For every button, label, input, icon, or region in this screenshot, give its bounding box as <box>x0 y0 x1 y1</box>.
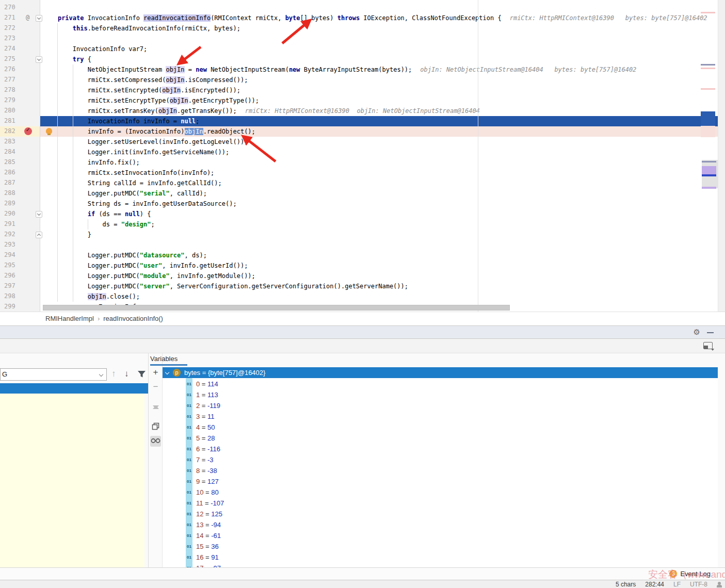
gutter-cell[interactable]: 276 <box>0 64 40 75</box>
variable-row[interactable]: 012 = -119 <box>163 400 718 411</box>
restore-layout-icon[interactable] <box>703 342 713 349</box>
code-text[interactable]: invInfo.fix(); <box>40 157 718 168</box>
code-text[interactable]: InvocationInfo var7; <box>40 44 718 54</box>
code-text[interactable] <box>40 240 718 250</box>
code-text[interactable]: Logger.init(invInfo.getServiceName()); <box>40 147 718 157</box>
stripe-mark[interactable] <box>701 68 715 69</box>
gutter-cell[interactable]: 288 <box>0 188 40 199</box>
code-text[interactable]: private InvocationInfo readInvocationInf… <box>40 13 718 23</box>
code-text[interactable]: Logger.putMDC("user", invInfo.getUserId(… <box>40 260 718 271</box>
variable-row[interactable]: 017 = -3 <box>163 454 718 465</box>
code-text[interactable] <box>40 3 718 13</box>
variable-row[interactable]: 014 = 50 <box>163 421 718 432</box>
inspections-hector-icon[interactable] <box>717 582 722 587</box>
variable-row[interactable]: 010 = 114 <box>163 378 718 389</box>
variable-row[interactable]: 0114 = -61 <box>163 530 718 541</box>
gutter-cell[interactable]: 286 <box>0 168 40 178</box>
gutter-cell[interactable]: 298 <box>0 291 40 302</box>
variable-row[interactable]: 013 = 11 <box>163 411 718 421</box>
code-text[interactable]: this.beforeReadInvocationInfo(rmiCtx, by… <box>40 23 718 34</box>
variable-row[interactable]: 0112 = 125 <box>163 508 718 519</box>
fold-marker-icon[interactable] <box>36 211 42 218</box>
variable-row[interactable]: 016 = -116 <box>163 443 718 454</box>
code-text[interactable]: } <box>40 230 718 240</box>
add-watch-icon[interactable]: + <box>150 367 161 378</box>
tab-variables[interactable]: Variables <box>150 355 178 363</box>
gutter-cell[interactable]: 296 <box>0 271 40 281</box>
gutter-cell[interactable]: 281 <box>0 116 40 126</box>
encoding-indicator[interactable]: UTF-8 <box>690 581 707 588</box>
horizontal-scrollbar[interactable] <box>43 305 510 311</box>
move-down-icon[interactable] <box>150 409 161 420</box>
stripe-mark-execution[interactable] <box>701 111 715 126</box>
code-text[interactable]: objIn.close(); <box>40 291 718 302</box>
gutter-cell[interactable]: 279 <box>0 95 40 106</box>
move-up-icon[interactable] <box>150 396 161 406</box>
hide-icon[interactable] <box>707 332 714 333</box>
event-log-label[interactable]: Event Log <box>680 570 711 578</box>
remove-watch-icon[interactable]: − <box>150 382 161 393</box>
gutter-cell[interactable]: 271@ <box>0 13 40 23</box>
stripe-mark[interactable] <box>701 12 715 13</box>
gutter-cell[interactable]: 284 <box>0 147 40 157</box>
gutter-cell[interactable]: 277 <box>0 75 40 85</box>
code-text[interactable]: Logger.putMDC("datasource", ds); <box>40 250 718 260</box>
code-text[interactable]: invInfo = (InvocationInfo)objIn.readObje… <box>40 126 718 137</box>
stripe-mark-breakpoint[interactable] <box>701 126 715 137</box>
code-text[interactable]: Logger.putMDC("serial", callId); <box>40 188 718 199</box>
variable-row[interactable]: 0117 = -97 <box>163 562 718 567</box>
code-text[interactable] <box>40 34 718 44</box>
code-text[interactable]: rmiCtx.setEncrypted(objIn.isEncrypted())… <box>40 85 718 95</box>
variable-row[interactable]: 0110 = 80 <box>163 486 718 497</box>
variable-row[interactable]: 0111 = -107 <box>163 497 718 508</box>
caret-position-indicator[interactable]: 282:44 <box>645 581 664 588</box>
breakpoint-icon[interactable]: ✓ <box>24 127 32 135</box>
frames-list-background[interactable] <box>0 394 144 567</box>
gutter-cell[interactable]: 275 <box>0 54 40 64</box>
code-text[interactable]: rmiCtx.setEncryptType(objIn.getEncryptTy… <box>40 95 718 106</box>
gutter-cell[interactable]: 299 <box>0 302 40 312</box>
code-text[interactable]: Logger.putMDC("server", ServerConfigurat… <box>40 281 718 291</box>
gutter-cell[interactable]: 273 <box>0 34 40 44</box>
code-text[interactable]: rmiCtx.setInvocationInfo(invInfo); <box>40 168 718 178</box>
code-editor[interactable]: 270271@ private InvocationInfo readInvoc… <box>0 0 725 312</box>
gutter-cell[interactable]: 295 <box>0 260 40 271</box>
fold-marker-icon[interactable] <box>36 232 42 238</box>
chevron-expanded-icon[interactable] <box>165 370 169 374</box>
gutter-cell[interactable]: 282✓ <box>0 126 40 137</box>
code-text[interactable]: InvocationInfo invInfo = null; <box>40 116 718 126</box>
variable-row[interactable]: 0116 = 91 <box>163 551 718 562</box>
variable-root-row[interactable]: p bytes = {byte[757]@16402} <box>163 367 718 378</box>
gutter-cell[interactable]: 287 <box>0 178 40 188</box>
selected-stack-frame[interactable] <box>0 383 148 394</box>
variable-row[interactable]: 015 = 28 <box>163 432 718 443</box>
fold-marker-icon[interactable] <box>36 56 42 63</box>
code-text[interactable]: try { <box>40 54 718 64</box>
gutter-cell[interactable]: 294 <box>0 250 40 260</box>
gutter-cell[interactable]: 293 <box>0 240 40 250</box>
intention-bulb-icon[interactable] <box>46 128 52 134</box>
stripe-mark[interactable] <box>701 64 715 66</box>
gutter-cell[interactable]: 290 <box>0 209 40 219</box>
line-ending-indicator[interactable]: LF <box>673 581 681 588</box>
code-text[interactable]: NetObjectInputStream objIn = new NetObje… <box>40 64 718 75</box>
code-text[interactable]: rmiCtx.setCompressed(objIn.isCompressed(… <box>40 75 718 85</box>
frame-down-icon[interactable]: ↓ <box>124 369 129 379</box>
code-text[interactable]: String ds = invInfo.getUserDataSource(); <box>40 199 718 209</box>
code-text[interactable]: Logger.putMDC("module", invInfo.getModul… <box>40 271 718 281</box>
selection-chars-indicator[interactable]: 5 chars <box>616 581 636 588</box>
variable-row[interactable]: 018 = -38 <box>163 465 718 476</box>
gutter-cell[interactable]: 274 <box>0 44 40 54</box>
code-text[interactable]: rmiCtx.setTransKey(objIn.getTransKey());… <box>40 106 718 116</box>
code-text[interactable]: String callId = invInfo.getCallId(); <box>40 178 718 188</box>
gutter-cell[interactable]: 272 <box>0 23 40 34</box>
gutter-cell[interactable]: 278 <box>0 85 40 95</box>
variable-row[interactable]: 019 = 127 <box>163 476 718 486</box>
stripe-mark[interactable] <box>701 88 715 90</box>
gutter-cell[interactable]: 291 <box>0 219 40 230</box>
gutter-cell[interactable]: 297 <box>0 281 40 291</box>
gutter-cell[interactable]: 285 <box>0 157 40 168</box>
gutter-cell[interactable]: 270 <box>0 3 40 13</box>
breadcrumb-method[interactable]: readInvocationInfo() <box>103 315 163 322</box>
variable-row[interactable]: 0113 = -94 <box>163 519 718 530</box>
